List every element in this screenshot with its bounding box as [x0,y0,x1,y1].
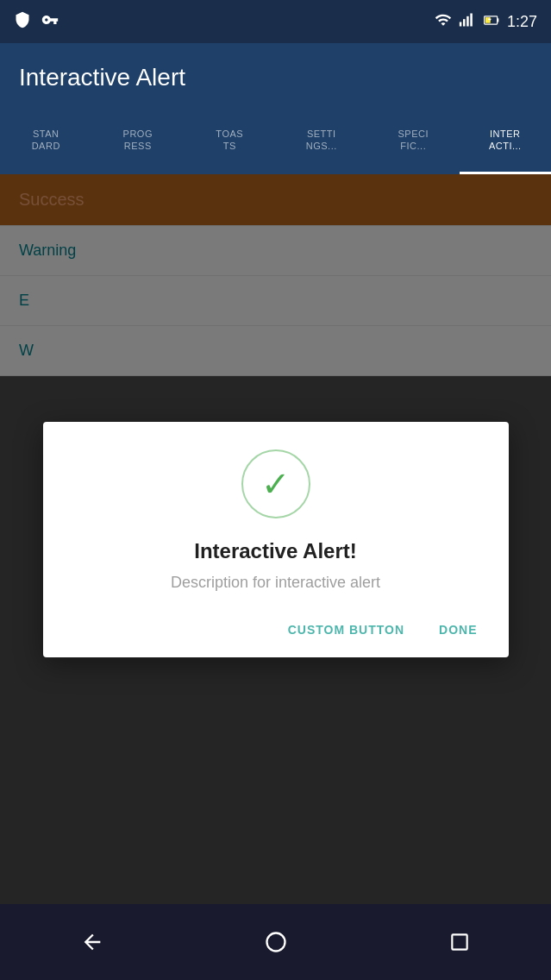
tabs-bar: STANDARD PROGRESS TOASTS SETTINGS... SPE… [0,112,551,174]
svg-rect-3 [470,14,473,27]
tab-standard[interactable]: STANDARD [0,112,92,174]
modal-overlay: ✓ Interactive Alert! Description for int… [0,174,551,904]
status-bar-right: 1:27 [435,11,537,32]
done-button[interactable]: DONE [429,616,487,644]
tab-specific-label: SPECIFIC... [398,128,429,153]
status-bar: 1:27 [0,0,551,43]
app-title: Interactive Alert [19,64,185,91]
recent-button[interactable] [438,920,481,964]
svg-rect-1 [463,19,466,26]
home-button[interactable] [254,920,298,964]
tab-progress[interactable]: PROGRESS [92,112,185,174]
dialog-description: Description for interactive alert [171,574,380,592]
tab-specific[interactable]: SPECIFIC... [367,112,460,174]
tab-interactive[interactable]: INTERACTI... [460,112,552,174]
app-bar: Interactive Alert [0,43,551,112]
tab-interactive-label: INTERACTI... [489,128,522,153]
svg-rect-2 [466,16,469,27]
signal-icon [459,11,476,32]
checkmark-icon: ✓ [261,467,291,501]
svg-rect-8 [452,934,466,949]
dialog-icon-circle: ✓ [241,449,310,518]
status-time: 1:27 [507,13,537,31]
shield-icon [14,11,31,32]
svg-rect-5 [498,18,499,22]
tab-toasts-label: TOASTS [216,128,243,153]
tab-toasts[interactable]: TOASTS [184,112,276,174]
svg-point-7 [267,933,285,952]
back-button[interactable] [70,920,115,964]
wifi-icon [435,11,452,32]
tab-progress-label: PROGRESS [123,128,153,153]
tab-settings[interactable]: SETTINGS... [276,112,368,174]
key-icon [41,11,59,32]
dialog-buttons: CUSTOM BUTTON DONE [64,616,488,644]
custom-button[interactable]: CUSTOM BUTTON [278,616,415,644]
svg-rect-6 [485,17,491,23]
bottom-nav [0,904,551,980]
status-bar-left [14,11,59,32]
tab-standard-label: STANDARD [32,128,60,153]
battery-icon [483,11,500,32]
dialog: ✓ Interactive Alert! Description for int… [43,422,509,657]
svg-rect-0 [460,22,462,27]
tab-settings-label: SETTINGS... [306,128,337,153]
dialog-title: Interactive Alert! [194,539,357,563]
